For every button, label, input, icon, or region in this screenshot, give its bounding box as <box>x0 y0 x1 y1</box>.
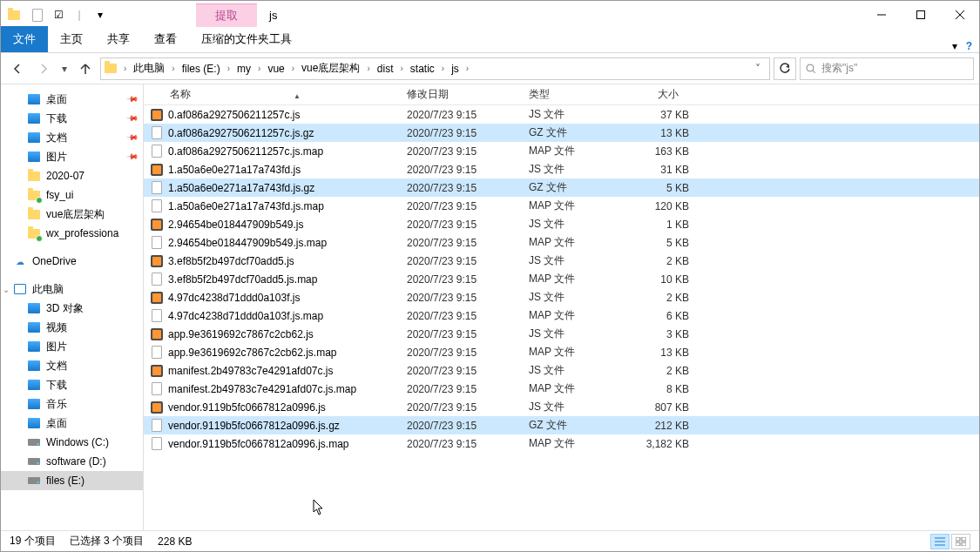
minimize-button[interactable] <box>862 2 901 28</box>
chevron-right-icon[interactable]: › <box>463 64 472 73</box>
search-input[interactable]: 搜索"js" <box>800 57 974 80</box>
chevron-right-icon[interactable]: › <box>168 64 178 73</box>
file-row[interactable]: 1.a50a6e0e271a17a743fd.js.map2020/7/23 9… <box>144 197 979 215</box>
breadcrumb-item[interactable]: vue底层架构 <box>298 61 363 76</box>
chevron-right-icon[interactable]: › <box>120 64 130 73</box>
file-type: MAP 文件 <box>529 436 628 451</box>
tree-item[interactable]: 文档 <box>1 356 143 375</box>
qat-overflow-icon[interactable]: ▾ <box>91 6 109 24</box>
address-dropdown-icon[interactable]: ˅ <box>750 63 766 75</box>
tree-item[interactable]: 视频 <box>1 318 143 337</box>
column-header-name[interactable]: 名称 ▲ <box>149 87 402 102</box>
nav-up-button[interactable] <box>74 57 97 80</box>
file-row[interactable]: app.9e3619692c7867c2cb62.js.map2020/7/23… <box>144 343 979 361</box>
file-row[interactable]: 4.97dc4238d71ddd0a103f.js2020/7/23 9:15J… <box>144 288 979 306</box>
address-bar[interactable]: › 此电脑›files (E:)›my›vue›vue底层架构›dist›sta… <box>100 57 770 80</box>
tree-item[interactable]: 桌面📌 <box>1 90 143 109</box>
file-row[interactable]: vendor.9119b5fc0667812a0996.js.map2020/7… <box>144 434 979 453</box>
tree-item[interactable]: 3D 对象 <box>1 299 143 318</box>
column-headers[interactable]: 名称 ▲ 修改日期 类型 大小 <box>144 84 979 105</box>
breadcrumb-item[interactable]: dist <box>374 63 397 75</box>
chevron-right-icon[interactable]: › <box>288 64 298 73</box>
refresh-button[interactable] <box>774 57 796 80</box>
tree-label: 2020-07 <box>46 170 138 182</box>
file-row[interactable]: 1.a50a6e0e271a17a743fd.js.gz2020/7/23 9:… <box>144 178 979 197</box>
tree-item[interactable]: files (E:) <box>1 471 143 490</box>
breadcrumb-item[interactable]: my <box>233 63 254 75</box>
chevron-right-icon[interactable]: › <box>396 64 406 73</box>
file-size: 31 KB <box>628 164 689 176</box>
file-row[interactable]: 0.af086a2927506211257c.js.gz2020/7/23 9:… <box>144 124 979 142</box>
chevron-right-icon[interactable]: › <box>438 64 448 73</box>
file-row[interactable]: manifest.2b49783c7e4291afd07c.js2020/7/2… <box>144 361 979 380</box>
tree-item[interactable]: 下载 <box>1 375 143 394</box>
tree-item[interactable]: 桌面 <box>1 414 143 433</box>
view-details-button[interactable] <box>930 534 950 549</box>
file-size: 13 KB <box>628 347 689 359</box>
chevron-right-icon[interactable]: › <box>224 64 233 73</box>
tree-item[interactable]: software (D:) <box>1 452 143 471</box>
breadcrumb-item[interactable]: vue <box>264 63 287 75</box>
navigation-pane[interactable]: 桌面📌下载📌文档📌图片📌2020-07fsy_uivue底层架构wx_profe… <box>1 84 144 530</box>
content-area: 名称 ▲ 修改日期 类型 大小 0.af086a2927506211257c.j… <box>144 84 979 530</box>
chevron-right-icon[interactable]: › <box>254 64 264 73</box>
ribbon-tab-file[interactable]: 文件 <box>1 26 48 52</box>
chevron-down-icon[interactable]: ⌄ <box>3 285 10 294</box>
tree-item[interactable]: Windows (C:) <box>1 433 143 452</box>
column-header-size[interactable]: 大小 <box>623 87 684 102</box>
breadcrumb-item[interactable]: static <box>407 63 438 75</box>
tree-item[interactable]: 2020-07 <box>1 166 143 185</box>
folder-icon <box>27 378 41 392</box>
tree-item[interactable]: 音乐 <box>1 394 143 414</box>
folder-icon <box>27 416 41 430</box>
breadcrumb-item[interactable]: 此电脑 <box>130 61 168 76</box>
app-icon <box>8 10 20 20</box>
file-row[interactable]: 3.ef8b5f2b497dcf70add5.js2020/7/23 9:15J… <box>144 252 979 270</box>
file-icon <box>149 199 165 212</box>
file-row[interactable]: 2.94654be018447909b549.js2020/7/23 9:15J… <box>144 215 979 233</box>
file-row[interactable]: app.9e3619692c7867c2cb62.js2020/7/23 9:1… <box>144 325 979 343</box>
maximize-button[interactable] <box>901 2 940 28</box>
file-row[interactable]: 0.af086a2927506211257c.js.map2020/7/23 9… <box>144 142 979 160</box>
qat-properties-icon[interactable] <box>29 6 46 24</box>
file-date: 2020/7/23 9:15 <box>407 328 529 340</box>
ribbon-tab[interactable]: 主页 <box>48 26 95 52</box>
file-row[interactable]: manifest.2b49783c7e4291afd07c.js.map2020… <box>144 380 979 398</box>
tree-item[interactable]: fsy_ui <box>1 185 143 205</box>
tree-item[interactable]: 图片 <box>1 337 143 356</box>
nav-history-button[interactable]: ▾ <box>58 57 71 80</box>
tree-item[interactable]: 图片📌 <box>1 147 143 166</box>
column-header-type[interactable]: 类型 <box>524 87 623 102</box>
file-row[interactable]: 4.97dc4238d71ddd0a103f.js.map2020/7/23 9… <box>144 306 979 325</box>
tree-item[interactable]: wx_professiona <box>1 224 143 243</box>
tree-thispc[interactable]: ⌄ 此电脑 <box>1 279 143 299</box>
tree-item[interactable]: 下载📌 <box>1 109 143 128</box>
file-row[interactable]: vendor.9119b5fc0667812a0996.js.gz2020/7/… <box>144 416 979 434</box>
ribbon-expand-icon[interactable]: ▾ <box>952 40 957 52</box>
file-row[interactable]: vendor.9119b5fc0667812a0996.js2020/7/23 … <box>144 398 979 416</box>
file-list[interactable]: 0.af086a2927506211257c.js2020/7/23 9:15J… <box>144 105 979 530</box>
chevron-right-icon[interactable]: › <box>363 64 373 73</box>
tree-item[interactable]: vue底层架构 <box>1 205 143 224</box>
qat-checkbox-icon[interactable]: ☑ <box>50 6 67 24</box>
file-row[interactable]: 0.af086a2927506211257c.js2020/7/23 9:15J… <box>144 105 979 124</box>
breadcrumb-item[interactable]: files (E:) <box>179 63 224 75</box>
help-icon[interactable]: ? <box>966 40 972 52</box>
ribbon-tab[interactable]: 共享 <box>95 26 142 52</box>
tree-item[interactable]: 文档📌 <box>1 128 143 147</box>
ribbon-tab[interactable]: 压缩的文件夹工具 <box>189 26 304 52</box>
breadcrumb-item[interactable]: js <box>448 63 463 75</box>
close-button[interactable] <box>940 2 979 28</box>
file-row[interactable]: 1.a50a6e0e271a17a743fd.js2020/7/23 9:15J… <box>144 160 979 178</box>
folder-icon <box>27 188 41 202</box>
column-header-date[interactable]: 修改日期 <box>402 87 524 102</box>
nav-forward-button[interactable] <box>32 57 55 80</box>
nav-back-button[interactable] <box>6 57 29 80</box>
tree-onedrive[interactable]: ☁ OneDrive <box>1 252 143 271</box>
file-date: 2020/7/23 9:15 <box>407 255 529 267</box>
view-thumbnails-button[interactable] <box>951 534 970 549</box>
ribbon-tab[interactable]: 查看 <box>142 26 189 52</box>
file-row[interactable]: 3.ef8b5f2b497dcf70add5.js.map2020/7/23 9… <box>144 270 979 288</box>
context-tab[interactable]: 提取 <box>196 3 257 27</box>
file-row[interactable]: 2.94654be018447909b549.js.map2020/7/23 9… <box>144 233 979 252</box>
